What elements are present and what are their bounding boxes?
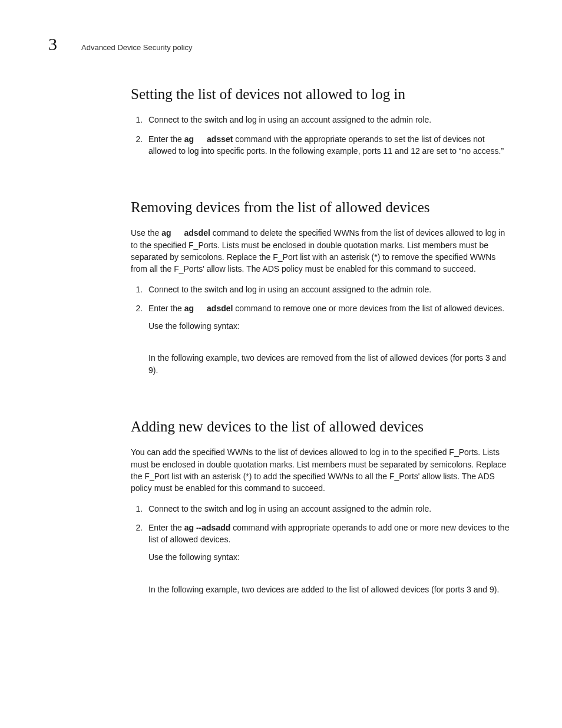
steps-setting-list: Connect to the switch and log in using a… <box>131 114 514 157</box>
intro-para: Use the agadsdel command to delete the s… <box>131 227 514 275</box>
command-text: agadsdel <box>161 228 210 238</box>
step-text-pre: Enter the <box>148 523 184 532</box>
step-text-post: command to remove one or more devices fr… <box>233 304 504 313</box>
chapter-number: 3 <box>48 34 65 54</box>
command-text: ag --adsadd <box>184 523 231 532</box>
list-item: Connect to the switch and log in using a… <box>145 503 514 515</box>
running-title: Advanced Device Security policy <box>81 43 193 52</box>
heading-setting-list: Setting the list of devices not allowed … <box>131 85 514 103</box>
heading-adding-devices: Adding new devices to the list of allowe… <box>131 417 514 436</box>
step-text: Connect to the switch and log in using a… <box>148 285 431 294</box>
list-item: Connect to the switch and log in using a… <box>145 114 514 126</box>
step-text-pre: Enter the <box>148 134 184 144</box>
list-item: Enter the agadsset command with the appr… <box>145 133 514 157</box>
example-text: In the following example, two devices ar… <box>148 352 514 376</box>
command-text: agadsdel <box>184 304 233 313</box>
intro-para: You can add the specified WWNs to the li… <box>131 446 514 494</box>
section-setting-list: Setting the list of devices not allowed … <box>131 85 514 157</box>
list-item: Connect to the switch and log in using a… <box>145 284 514 295</box>
content-area: Setting the list of devices not allowed … <box>131 85 514 595</box>
steps-adding-devices: Connect to the switch and log in using a… <box>131 503 514 595</box>
heading-removing-devices: Removing devices from the list of allowe… <box>131 198 514 216</box>
command-text: agadsset <box>184 134 233 144</box>
section-removing-devices: Removing devices from the list of allowe… <box>131 198 514 376</box>
list-item: Enter the ag --adsadd command with appro… <box>145 522 514 595</box>
step-text: Connect to the switch and log in using a… <box>148 115 431 124</box>
list-item: Enter the agadsdel command to remove one… <box>145 302 514 376</box>
syntax-label: Use the following syntax: <box>148 551 514 563</box>
section-adding-devices: Adding new devices to the list of allowe… <box>131 417 514 595</box>
syntax-label: Use the following syntax: <box>148 320 514 332</box>
page: 3 Advanced Device Security policy Settin… <box>0 0 562 660</box>
running-header: 3 Advanced Device Security policy <box>48 34 514 54</box>
steps-removing-devices: Connect to the switch and log in using a… <box>131 284 514 376</box>
intro-pre: Use the <box>131 228 161 238</box>
example-text: In the following example, two devices ar… <box>148 584 514 595</box>
step-text-pre: Enter the <box>148 304 184 313</box>
step-text: Connect to the switch and log in using a… <box>148 504 431 513</box>
